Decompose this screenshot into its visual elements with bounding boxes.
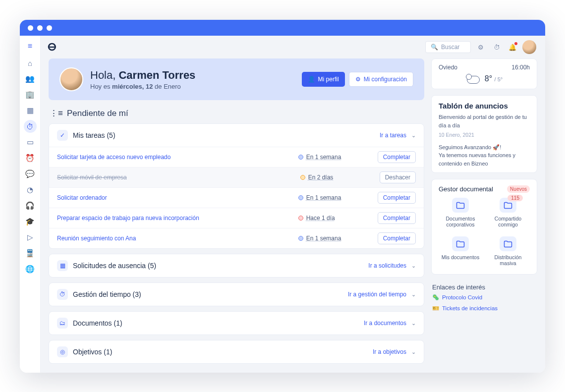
announce-body: Bienvenido al portal de gestión de tu dí… xyxy=(439,113,530,129)
sidebar-item-globe[interactable]: 🌐 xyxy=(24,263,37,276)
task-action-button[interactable]: Completar xyxy=(378,232,416,244)
docmgr-title: Gestor documental xyxy=(439,185,493,193)
folder-icon xyxy=(452,198,469,213)
documents-title: Documentos (1) xyxy=(73,319,122,327)
target-icon: ◎ xyxy=(57,346,68,357)
folder-icon xyxy=(452,236,469,251)
status-dot xyxy=(298,216,303,221)
chevron-down-icon[interactable]: ⌄ xyxy=(411,320,416,327)
stopwatch-icon: ⏱ xyxy=(57,289,68,300)
goals-link[interactable]: Ir a objetivos xyxy=(373,348,406,355)
virus-icon: 🦠 xyxy=(432,294,439,301)
doc-folder[interactable]: 115Compartido conmigo xyxy=(486,198,530,227)
task-action-button[interactable]: Deshacer xyxy=(380,171,416,183)
sidebar-item-calendar[interactable]: ▦ xyxy=(24,104,37,117)
sidebar-item-video[interactable]: ▷ xyxy=(24,231,37,244)
absence-card[interactable]: ▦ Solicitudes de ausencia (5) Ir a solic… xyxy=(49,254,424,278)
task-due: En 1 semana xyxy=(298,194,378,201)
notification-dot xyxy=(514,42,517,45)
task-action-button[interactable]: Completar xyxy=(378,151,416,163)
new-badge: Nuevos xyxy=(507,185,530,193)
sidebar-item-card[interactable]: ▭ xyxy=(24,136,37,149)
ticket-icon: 🎫 xyxy=(432,305,439,312)
task-due: En 2 días xyxy=(300,174,380,181)
doc-manager-card: Gestor documental Nuevos Documentos corp… xyxy=(431,179,537,275)
doc-label: Documentos corporativos xyxy=(439,216,482,227)
documents-link[interactable]: Ir a documentos xyxy=(364,320,406,327)
hero-banner: Hola, Carmen Torres Hoy es miércoles, 12… xyxy=(49,58,424,100)
doc-folder[interactable]: Mis documentos xyxy=(439,236,482,266)
sidebar-item-home[interactable]: ⌂ xyxy=(24,56,37,69)
chevron-down-icon[interactable]: ⌄ xyxy=(411,132,416,139)
task-row: Preparar espacio de trabajo para nueva i… xyxy=(49,208,424,228)
task-row: Solicitar móvil de empresaEn 2 díasDesha… xyxy=(49,167,424,187)
announce-body: Seguimos Avanzando 🚀! xyxy=(439,143,530,152)
sidebar-item-support[interactable]: 🎧 xyxy=(24,199,37,212)
sidebar-item-chat[interactable]: 💬 xyxy=(24,168,37,180)
tasks-link[interactable]: Ir a tareas xyxy=(380,132,406,139)
link-tickets[interactable]: 🎫Tickets de incidencias xyxy=(431,303,537,314)
doc-folder[interactable]: Distribución masiva xyxy=(486,236,530,266)
documents-card[interactable]: 🗂 Documentos (1) Ir a documentos ⌄ xyxy=(49,311,424,335)
sidebar-item-org[interactable]: 🏢 xyxy=(24,88,37,101)
task-due: En 1 semana xyxy=(298,154,378,161)
my-profile-button[interactable]: 👤Mi perfil xyxy=(302,72,345,87)
pending-title: ⋮≡ Pendiente de mí xyxy=(50,108,423,118)
search-placeholder: Buscar xyxy=(441,44,459,51)
doc-label: Compartido conmigo xyxy=(486,216,530,227)
chevron-down-icon[interactable]: ⌄ xyxy=(411,291,416,298)
sidebar-item-train[interactable]: 🚆 xyxy=(24,247,37,260)
tasks-title: Mis tareas (5) xyxy=(73,131,115,139)
task-name[interactable]: Reunión seguimiento con Ana xyxy=(57,235,298,242)
task-due: En 1 semana xyxy=(298,235,378,242)
my-config-button[interactable]: ⚙Mi configuración xyxy=(349,72,413,87)
time-title: Gestión del tiempo (3) xyxy=(73,290,141,298)
task-name[interactable]: Solicitar ordenador xyxy=(57,194,298,201)
time-card[interactable]: ⏱ Gestión del tiempo (3) Ir a gestión de… xyxy=(49,282,424,306)
chevron-down-icon[interactable]: ⌄ xyxy=(411,349,416,355)
sidebar-item-team[interactable]: 👥 xyxy=(24,72,37,85)
folder-icon: 🗂 xyxy=(57,318,68,329)
count-badge: 115 xyxy=(508,195,523,201)
folder-icon xyxy=(500,236,516,251)
stopwatch-icon[interactable]: ⏱ xyxy=(491,41,503,53)
status-dot xyxy=(298,155,303,160)
tasks-card: ✓ Mis tareas (5) Ir a tareas ⌄ Solicitar… xyxy=(49,123,424,249)
greeting: Hola, Carmen Torres xyxy=(90,69,195,82)
menu-icon[interactable]: ≡ xyxy=(28,40,32,54)
links-title: Enlaces de interés xyxy=(432,283,536,291)
sidebar-item-chart[interactable]: ◔ xyxy=(24,183,37,196)
avatar[interactable] xyxy=(522,40,536,54)
link-covid[interactable]: 🦠Protocolo Covid xyxy=(431,292,537,303)
window-titlebar xyxy=(20,20,545,36)
task-row: Solicitar tarjeta de acceso nuevo emplea… xyxy=(49,147,424,167)
gear-icon[interactable]: ⚙ xyxy=(475,41,487,53)
absence-title: Solicitudes de ausencia (5) xyxy=(73,262,156,270)
user-name: Carmen Torres xyxy=(118,69,195,81)
task-name[interactable]: Preparar espacio de trabajo para nueva i… xyxy=(57,215,298,222)
sidebar-item-learn[interactable]: 🎓 xyxy=(24,215,37,228)
task-row: Solicitar ordenadorEn 1 semanaCompletar xyxy=(49,187,424,208)
search-input[interactable]: 🔍 Buscar xyxy=(425,41,471,53)
check-icon: ✓ xyxy=(57,130,68,141)
weather-temp: 8° / 5° xyxy=(485,74,503,83)
goals-card[interactable]: ◎ Objetivos (1) Ir a objetivos ⌄ xyxy=(49,340,424,364)
sidebar-item-time[interactable]: ⏱ xyxy=(24,120,37,133)
task-name[interactable]: Solicitar móvil de empresa xyxy=(57,174,300,181)
task-name[interactable]: Solicitar tarjeta de acceso nuevo emplea… xyxy=(57,154,298,161)
traffic-dot xyxy=(47,25,52,31)
absence-link[interactable]: Ir a solicitudes xyxy=(368,262,406,269)
sidebar: ≡ ⌂ 👥 🏢 ▦ ⏱ ▭ ⏰ 💬 ◔ 🎧 🎓 ▷ 🚆 🌐 xyxy=(20,36,41,373)
chevron-down-icon[interactable]: ⌄ xyxy=(411,263,416,269)
task-action-button[interactable]: Completar xyxy=(378,212,416,224)
doc-folder[interactable]: Documentos corporativos xyxy=(439,198,482,227)
announce-body: Por temas de restricciones de circulació… xyxy=(439,171,530,172)
list-icon: ⋮≡ xyxy=(50,108,63,118)
task-action-button[interactable]: Completar xyxy=(378,192,416,204)
sidebar-item-alarm[interactable]: ⏰ xyxy=(24,152,37,165)
topbar: ⴱ 🔍 Buscar ⚙ ⏱ 🔔 xyxy=(41,36,545,58)
time-link[interactable]: Ir a gestión del tiempo xyxy=(348,291,406,298)
announce-title: Tablón de anuncios xyxy=(432,96,537,113)
user-avatar xyxy=(59,67,83,91)
bell-icon[interactable]: 🔔 xyxy=(507,41,518,53)
